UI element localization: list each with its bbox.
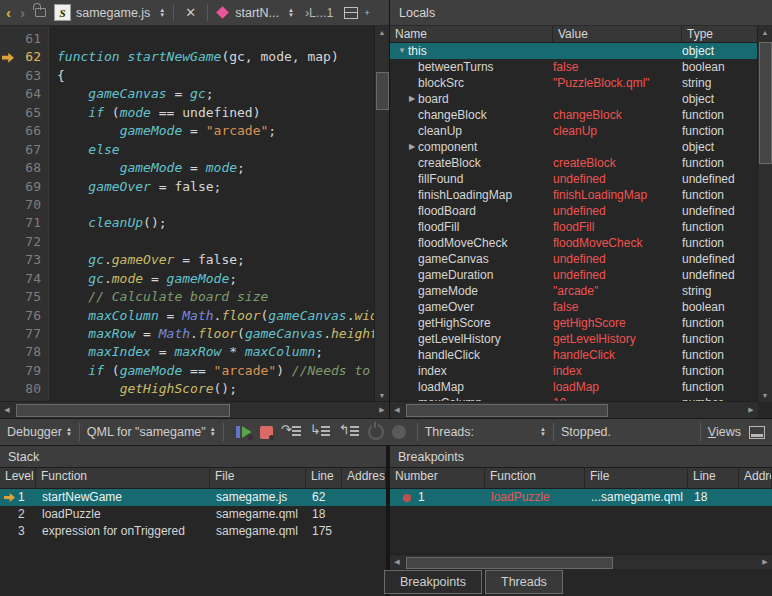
column-header[interactable]: Level [0, 468, 36, 489]
scroll-right-icon[interactable]: ▶ [758, 555, 772, 568]
code-line[interactable]: 65 if (mode == undefined) [0, 104, 375, 122]
scrollbar-handle[interactable] [759, 42, 772, 164]
code-line[interactable]: 74 gc.mode = gameMode; [0, 270, 375, 288]
breakpoint-row[interactable]: 1loadPuzzle...samegame.qml18 [390, 489, 772, 506]
gutter-cell[interactable]: 76 [0, 307, 48, 325]
tab-threads[interactable]: Threads [485, 570, 563, 594]
column-header[interactable]: Address [739, 468, 772, 489]
split-plus-icon[interactable]: + [364, 8, 369, 18]
forward-icon[interactable]: › [18, 4, 27, 21]
gutter-cell[interactable]: 62 [0, 48, 48, 66]
locals-row[interactable]: changeBlockchangeBlockfunction [390, 107, 758, 123]
gutter-cell[interactable]: 73 [0, 251, 48, 269]
record-button[interactable] [392, 425, 406, 439]
column-header[interactable]: Line [688, 468, 739, 489]
step-out-button[interactable]: ↰ [339, 424, 360, 440]
gutter-cell[interactable]: 78 [0, 343, 48, 361]
gutter-cell[interactable]: 69 [0, 178, 48, 196]
locals-row[interactable]: gameCanvasundefinedundefined [390, 251, 758, 267]
locals-row[interactable]: ▼thisobject [390, 43, 758, 59]
split-editor-icon[interactable] [344, 7, 358, 19]
symbol-dropdown-icon[interactable]: ▲▼ [288, 8, 294, 18]
code-line[interactable]: 79 if (gameMode == "arcade") //Needs to [0, 362, 375, 380]
gutter-cell[interactable]: 67 [0, 141, 48, 159]
locals-row[interactable]: ▶componentobject [390, 139, 758, 155]
gutter-cell[interactable]: 65 [0, 104, 48, 122]
document-dropdown-icon[interactable]: ▲▼ [159, 8, 165, 18]
scroll-left-icon[interactable]: ◀ [390, 403, 404, 416]
code-line[interactable]: 64 gameCanvas = gc; [0, 85, 375, 103]
locals-row[interactable]: cleanUpcleanUpfunction [390, 123, 758, 139]
gutter-cell[interactable]: 75 [0, 288, 48, 306]
locals-row[interactable]: fillFoundundefinedundefined [390, 171, 758, 187]
scroll-left-icon[interactable]: ◀ [0, 403, 14, 416]
scroll-up-icon[interactable]: ▲ [758, 26, 772, 39]
gutter-cell[interactable]: 64 [0, 85, 48, 103]
locals-row[interactable]: ▶boardobject [390, 91, 758, 107]
expand-icon[interactable]: ▶ [406, 139, 418, 155]
locals-row[interactable]: blockSrc"PuzzleBlock.qml"string [390, 75, 758, 91]
code-editor[interactable]: 6162function startNewGame(gc, mode, map)… [0, 26, 389, 418]
code-line[interactable]: 67 else [0, 141, 375, 159]
scroll-right-icon[interactable]: ▶ [375, 403, 389, 416]
gutter-cell[interactable]: 71 [0, 214, 48, 232]
views-window-icon[interactable] [749, 426, 765, 439]
stop-button[interactable] [260, 426, 273, 439]
locals-row[interactable]: floodMoveCheckfloodMoveCheckfunction [390, 235, 758, 251]
code-line[interactable]: 63{ [0, 67, 375, 85]
column-header[interactable]: File [210, 468, 306, 489]
code-line[interactable]: 75 // Calculate board size [0, 288, 375, 306]
locals-row[interactable]: handleClickhandleClickfunction [390, 347, 758, 363]
gutter-cell[interactable]: 72 [0, 233, 48, 251]
scrollbar-handle[interactable] [16, 404, 230, 417]
current-symbol-name[interactable]: startN... [235, 6, 279, 20]
locals-row[interactable]: finishLoadingMapfinishLoadingMapfunction [390, 187, 758, 203]
code-line[interactable]: 76 maxColumn = Math.floor(gameCanvas.wid… [0, 307, 375, 325]
continue-button[interactable] [235, 425, 252, 439]
locals-row[interactable]: indexindexfunction [390, 363, 758, 379]
locals-row[interactable]: betweenTurnsfalseboolean [390, 59, 758, 75]
breakpoints-horizontal-scrollbar[interactable]: ◀ ▶ [390, 554, 772, 569]
gutter-cell[interactable]: 68 [0, 159, 48, 177]
code-line[interactable]: 69 gameOver = false; [0, 178, 375, 196]
locals-horizontal-scrollbar[interactable]: ◀ ▶ [390, 401, 758, 418]
locals-row[interactable]: floodBoardundefinedundefined [390, 203, 758, 219]
locals-row[interactable]: getHighScoregetHighScorefunction [390, 315, 758, 331]
close-document-icon[interactable]: ✕ [182, 5, 199, 20]
locals-row[interactable]: gameMode"arcade"string [390, 283, 758, 299]
column-header[interactable]: Name [390, 26, 553, 43]
scrollbar-handle[interactable] [406, 404, 608, 417]
breakpoints-header-row[interactable]: NumberFunctionFileLineAddress [390, 468, 772, 489]
code-line[interactable]: 71 cleanUp(); [0, 214, 375, 232]
locals-row[interactable]: floodFillfloodFillfunction [390, 219, 758, 235]
locals-row[interactable]: getLevelHistorygetLevelHistoryfunction [390, 331, 758, 347]
code-line[interactable]: 73 gc.gameOver = false; [0, 251, 375, 269]
threads-dropdown-icon[interactable]: ▲▼ [540, 427, 546, 437]
gutter-cell[interactable]: 74 [0, 270, 48, 288]
editor-vertical-scrollbar[interactable]: ▲ ▼ [374, 26, 389, 402]
scroll-right-icon[interactable]: ▶ [744, 403, 758, 416]
stack-header-row[interactable]: LevelFunctionFileLineAddress [0, 468, 386, 489]
debug-session-select[interactable]: QML for "samegame" [87, 425, 206, 439]
code-line[interactable]: 72 [0, 233, 375, 251]
locals-row[interactable]: gameOverfalseboolean [390, 299, 758, 315]
column-header[interactable]: Function [36, 468, 210, 489]
gutter-cell[interactable]: 70 [0, 196, 48, 214]
gutter-cell[interactable]: 61 [0, 30, 48, 48]
code-line[interactable]: 70 [0, 196, 375, 214]
locals-row[interactable]: gameDurationundefinedundefined [390, 267, 758, 283]
code-line[interactable]: 80 getHighScore(); [0, 380, 375, 398]
code-line[interactable]: 66 gameMode = "arcade"; [0, 122, 375, 140]
code-line[interactable]: 61 [0, 30, 375, 48]
locals-vertical-scrollbar[interactable]: ▲ ▼ [757, 26, 772, 402]
column-header[interactable]: Address [342, 468, 386, 489]
column-header[interactable]: Type [682, 26, 758, 43]
scrollbar-handle[interactable] [406, 557, 613, 569]
step-over-button[interactable]: ↷ [281, 424, 302, 440]
column-header[interactable]: Function [485, 468, 585, 489]
scroll-left-icon[interactable]: ◀ [390, 555, 404, 568]
locals-header-row[interactable]: NameValueType [390, 26, 758, 43]
scroll-down-icon[interactable]: ▼ [758, 389, 772, 402]
gutter-cell[interactable]: 63 [0, 67, 48, 85]
gutter-cell[interactable]: 77 [0, 325, 48, 343]
